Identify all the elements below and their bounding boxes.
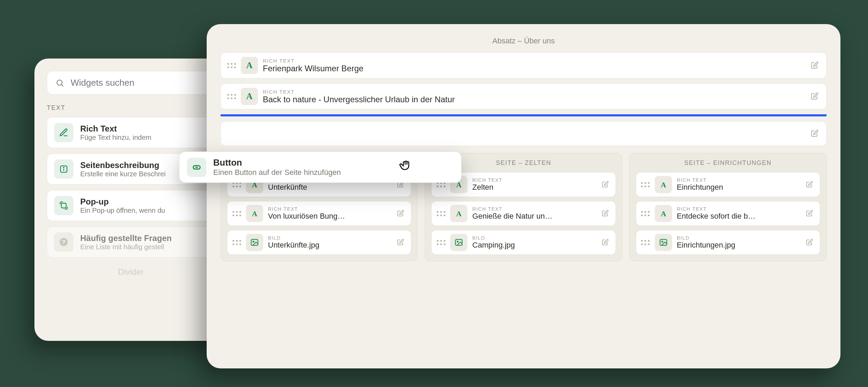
- block-type-label: RICH TEXT: [263, 89, 804, 95]
- block-type-label: BILD: [472, 235, 595, 241]
- svg-point-21: [662, 241, 663, 242]
- svg-point-0: [57, 80, 62, 85]
- content-block[interactable]: ARICH TEXTEntdecke sofort die b…: [636, 201, 820, 226]
- widget-title: Pop-up: [80, 197, 165, 207]
- block-type-label: RICH TEXT: [472, 177, 595, 183]
- section-title: Absatz – Über uns: [220, 36, 827, 45]
- widget-title: Rich Text: [80, 124, 151, 134]
- content-block[interactable]: A RICH TEXT Ferienpark Wilsumer Berge: [220, 52, 827, 79]
- content-block-empty[interactable]: [220, 121, 827, 146]
- block-value: Genieße die Natur un…: [472, 212, 595, 221]
- widget-item-popup[interactable]: Pop-up Ein Pop-up öffnen, wenn du: [47, 190, 215, 221]
- widget-item-faq[interactable]: ? Häufig gestellte Fragen Eine Liste mit…: [47, 227, 215, 258]
- content-block[interactable]: ARICH TEXTEinrichtungen: [636, 172, 820, 197]
- drag-handle-icon[interactable]: [436, 240, 445, 245]
- edit-button[interactable]: [395, 208, 406, 219]
- drag-handle-icon[interactable]: [227, 94, 236, 99]
- block-value: Zelten: [472, 183, 595, 192]
- svg-point-4: [63, 167, 64, 168]
- drag-handle-icon[interactable]: [232, 240, 241, 245]
- richtext-icon: A: [655, 205, 672, 222]
- svg-point-13: [253, 241, 254, 242]
- search-input[interactable]: [71, 77, 206, 88]
- column-title: SEITE – EINRICHTUNGEN: [636, 159, 820, 167]
- widget-title: Häufig gestellte Fragen: [80, 233, 172, 243]
- grab-cursor-icon: [399, 158, 413, 172]
- richtext-icon: A: [246, 205, 263, 222]
- edit-button[interactable]: [809, 128, 820, 139]
- richtext-icon: A: [241, 57, 258, 74]
- drop-indicator: [220, 114, 827, 116]
- question-icon: ?: [54, 232, 73, 252]
- edit-button[interactable]: [600, 208, 611, 219]
- richtext-icon: A: [450, 205, 467, 222]
- search-input-wrapper[interactable]: [47, 71, 215, 95]
- widget-desc: Füge Text hinzu, indem: [80, 134, 151, 142]
- block-value: Einrichtungen: [677, 183, 799, 192]
- popup-icon: [54, 196, 73, 215]
- edit-button[interactable]: [804, 208, 815, 219]
- svg-text:A: A: [246, 61, 253, 70]
- richtext-icon: A: [241, 88, 258, 105]
- block-type-label: RICH TEXT: [472, 206, 595, 212]
- content-block[interactable]: BILDEinrichtungen.jpg: [636, 230, 820, 255]
- content-block[interactable]: ARICH TEXTVon luxuriösen Bung…: [227, 201, 411, 226]
- widget-desc: Erstelle eine kurze Beschrei: [80, 170, 166, 178]
- button-icon: [187, 158, 206, 177]
- info-icon: [54, 159, 73, 179]
- svg-text:A: A: [456, 210, 462, 218]
- svg-text:A: A: [661, 210, 666, 218]
- block-value: Unterkünfte: [268, 183, 390, 192]
- image-icon: [655, 234, 672, 251]
- block-type-label: RICH TEXT: [677, 177, 799, 183]
- widget-title: Seitenbeschreibung: [80, 160, 166, 170]
- block-value: Camping.jpg: [472, 241, 595, 250]
- section-label: TEXT: [47, 104, 215, 112]
- drag-handle-icon[interactable]: [227, 63, 236, 68]
- drag-handle-icon[interactable]: [641, 211, 650, 216]
- page-column: SEITE – EINRICHTUNGENARICH TEXTEinrichtu…: [629, 153, 827, 261]
- edit-button[interactable]: [804, 179, 815, 190]
- svg-text:A: A: [661, 181, 666, 189]
- edit-button[interactable]: [600, 179, 611, 190]
- block-type-label: RICH TEXT: [677, 206, 799, 212]
- edit-button[interactable]: [600, 237, 611, 248]
- drag-handle-icon[interactable]: [232, 211, 241, 216]
- content-panel: Absatz – Über uns A RICH TEXT Ferienpark…: [207, 24, 840, 368]
- block-type-label: RICH TEXT: [263, 58, 804, 64]
- edit-icon: [54, 123, 73, 142]
- svg-text:A: A: [246, 92, 253, 101]
- drag-handle-icon[interactable]: [641, 182, 650, 187]
- edit-button[interactable]: [395, 237, 406, 248]
- content-block[interactable]: ARICH TEXTGenieße die Natur un…: [431, 201, 616, 226]
- svg-line-1: [62, 84, 63, 86]
- image-icon: [450, 234, 467, 251]
- edit-button[interactable]: [809, 91, 820, 102]
- drag-handle-icon[interactable]: [641, 240, 650, 245]
- edit-button[interactable]: [804, 237, 815, 248]
- block-value: Entdecke sofort die b…: [677, 212, 799, 221]
- edit-button[interactable]: [809, 60, 820, 71]
- drag-handle-icon[interactable]: [436, 211, 445, 216]
- block-type-label: BILD: [268, 235, 390, 241]
- widget-list: Rich Text Füge Text hinzu, indem Seitenb…: [47, 117, 215, 277]
- block-type-label: RICH TEXT: [268, 206, 390, 212]
- content-block[interactable]: BILDUnterkünfte.jpg: [227, 230, 411, 255]
- widget-sidebar: TEXT Rich Text Füge Text hinzu, indem Se…: [34, 59, 227, 341]
- content-block[interactable]: BILDCamping.jpg: [431, 230, 616, 255]
- content-block[interactable]: A RICH TEXT Back to nature - Unvergessli…: [220, 83, 827, 109]
- block-value: Einrichtungen.jpg: [677, 241, 799, 250]
- search-icon: [55, 79, 64, 87]
- svg-text:A: A: [252, 210, 257, 218]
- widget-desc: Eine Liste mit häufig gestell: [80, 243, 172, 251]
- image-icon: [246, 234, 263, 251]
- dragging-widget-card[interactable]: Button Einen Button auf der Seite hinzuf…: [179, 151, 462, 183]
- svg-text:?: ?: [62, 239, 65, 245]
- dragging-desc: Einen Button auf der Seite hinzufügen: [213, 168, 341, 177]
- widget-item-divider-faded: Divider: [47, 263, 215, 277]
- richtext-icon: A: [655, 176, 672, 193]
- widget-desc: Ein Pop-up öffnen, wenn du: [80, 207, 165, 215]
- dragging-title: Button: [213, 157, 341, 168]
- widget-item-richtext[interactable]: Rich Text Füge Text hinzu, indem: [47, 117, 215, 148]
- svg-rect-5: [61, 203, 66, 208]
